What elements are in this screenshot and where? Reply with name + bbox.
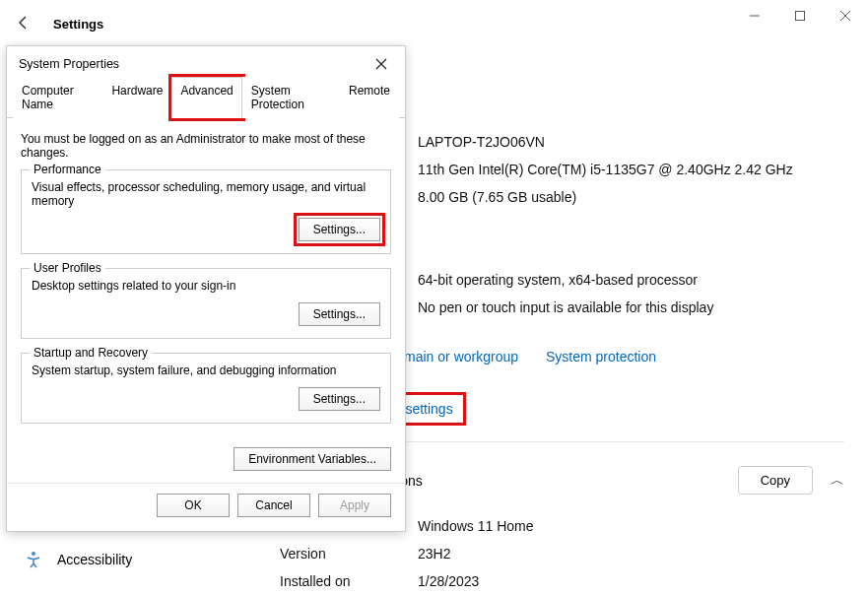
spec-value: No pen or touch input is available for t… xyxy=(418,299,844,315)
dialog-tabs: Computer Name Hardware Advanced System P… xyxy=(7,76,405,118)
user-profiles-settings-button[interactable]: Settings... xyxy=(299,302,380,326)
apply-button[interactable]: Apply xyxy=(318,494,391,517)
chevron-up-icon[interactable]: ︿ xyxy=(831,472,844,490)
system-properties-dialog: System Properties Computer Name Hardware… xyxy=(6,45,406,532)
svg-rect-1 xyxy=(796,12,805,21)
group-description: System startup, system failure, and debu… xyxy=(32,364,380,377)
close-icon[interactable] xyxy=(823,0,868,32)
spec-value: 23H2 xyxy=(418,546,844,562)
spec-value xyxy=(418,244,844,260)
group-title: User Profiles xyxy=(30,261,105,275)
close-icon[interactable] xyxy=(369,56,393,72)
ok-button[interactable]: OK xyxy=(157,494,230,517)
performance-settings-button[interactable]: Settings... xyxy=(299,218,380,241)
sidebar-item-label: Accessibility xyxy=(57,552,132,567)
back-icon[interactable] xyxy=(16,15,33,33)
spec-value: 1/28/2023 xyxy=(418,573,844,589)
tab-system-protection[interactable]: System Protection xyxy=(242,77,340,118)
maximize-icon[interactable] xyxy=(777,0,823,32)
spec-label: Installed on xyxy=(280,573,418,589)
tab-computer-name[interactable]: Computer Name xyxy=(13,77,102,118)
group-performance: Performance Visual effects, processor sc… xyxy=(21,169,391,254)
link-domain[interactable]: Domain or workgroup xyxy=(386,349,518,364)
spec-value: LAPTOP-T2JO06VN xyxy=(418,134,844,150)
spec-value: Windows 11 Home xyxy=(418,518,844,534)
copy-button[interactable]: Copy xyxy=(738,466,813,495)
group-description: Desktop settings related to your sign-in xyxy=(32,279,380,293)
tab-advanced[interactable]: Advanced xyxy=(171,77,241,118)
environment-variables-button[interactable]: Environment Variables... xyxy=(234,447,391,471)
group-startup-recovery: Startup and Recovery System startup, sys… xyxy=(21,353,391,424)
group-title: Performance xyxy=(30,163,105,176)
link-system-protection[interactable]: System protection xyxy=(546,349,656,364)
dialog-title: System Properties xyxy=(19,57,119,71)
window-controls xyxy=(732,0,868,32)
cancel-button[interactable]: Cancel xyxy=(237,494,310,517)
spec-value: 64-bit operating system, x64-based proce… xyxy=(418,272,844,288)
admin-note: You must be logged on as an Administrato… xyxy=(21,132,391,160)
accessibility-icon xyxy=(24,550,43,569)
group-title: Startup and Recovery xyxy=(30,346,152,360)
minimize-icon[interactable] xyxy=(732,0,777,32)
app-title: Settings xyxy=(53,17,103,32)
spec-value: 8.00 GB (7.65 GB usable) xyxy=(418,189,844,205)
group-user-profiles: User Profiles Desktop settings related t… xyxy=(21,268,391,339)
tab-remote[interactable]: Remote xyxy=(340,77,399,118)
svg-point-4 xyxy=(32,552,35,556)
sidebar-item-accessibility[interactable]: Accessibility xyxy=(8,540,248,579)
spec-label: Version xyxy=(280,546,418,562)
spec-value xyxy=(418,217,844,232)
group-description: Visual effects, processor scheduling, me… xyxy=(32,180,380,208)
tab-hardware[interactable]: Hardware xyxy=(102,77,171,118)
startup-recovery-settings-button[interactable]: Settings... xyxy=(299,387,380,411)
spec-value: 11th Gen Intel(R) Core(TM) i5-1135G7 @ 2… xyxy=(418,162,844,177)
